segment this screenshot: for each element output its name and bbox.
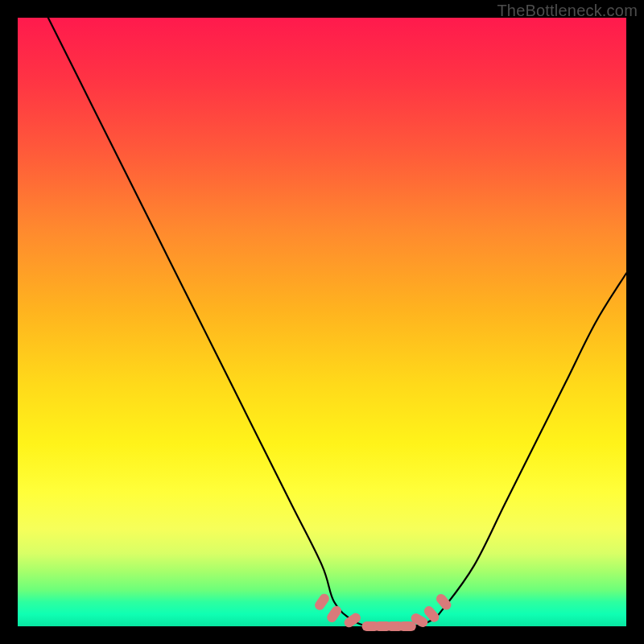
curve-marker [398, 621, 416, 631]
chart-stage: TheBottleneck.com [0, 0, 644, 644]
curve-marker [435, 592, 453, 612]
curve-layer [48, 18, 626, 627]
chart-svg [18, 18, 626, 626]
curve-marker [325, 604, 343, 624]
plot-area [18, 18, 626, 626]
marker-layer [313, 592, 453, 631]
curve-marker [313, 592, 331, 612]
curve-marker [342, 611, 362, 629]
bottleneck-curve [48, 18, 626, 627]
